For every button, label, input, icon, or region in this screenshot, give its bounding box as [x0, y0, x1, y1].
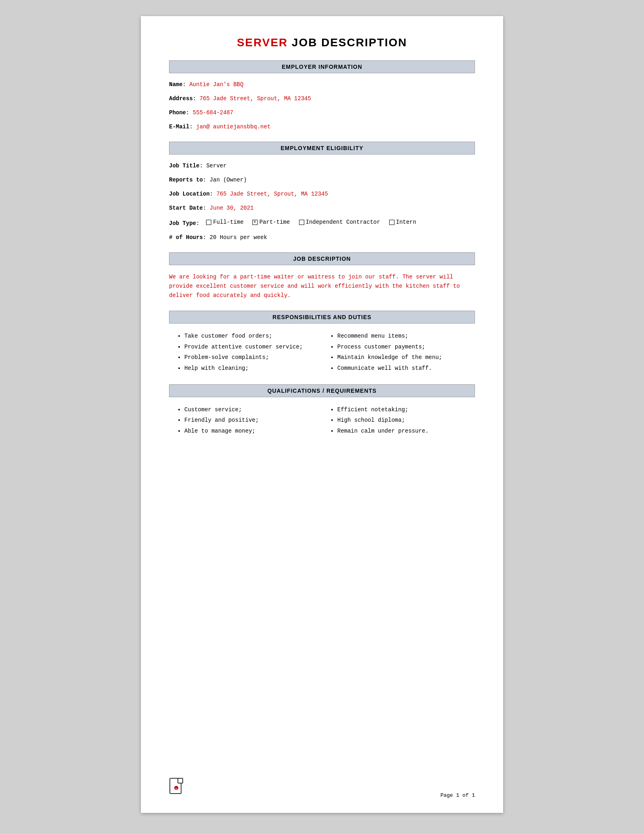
list-item: Remain calm under pressure. [337, 426, 475, 437]
start-date-label: Start Date [169, 205, 203, 211]
responsibilities-list: Take customer food orders; Provide atten… [169, 331, 475, 373]
list-item: Provide attentive customer service; [184, 342, 322, 353]
address-value: 765 Jade Street, Sprout, MA 12345 [200, 95, 311, 102]
page-number: Page 1 of 1 [440, 792, 475, 798]
list-item: Problem-solve complaints; [184, 352, 322, 363]
name-value: Auntie Jan's BBQ [189, 81, 243, 88]
independent-contractor-checkbox [299, 220, 304, 225]
list-item: Friendly and positive; [184, 415, 322, 426]
qualifications-col2: Efficient notetaking; High school diplom… [322, 404, 475, 437]
job-description-section: JOB DESCRIPTION We are looking for a par… [169, 252, 475, 300]
qualifications-section: QUALIFICATIONS / REQUIREMENTS Customer s… [169, 384, 475, 437]
document-footer: e Page 1 of 1 [169, 777, 475, 798]
employment-eligibility-header: EMPLOYMENT ELIGIBILITY [169, 142, 475, 155]
job-type-label: Job Type [169, 220, 196, 227]
name-row: Name: Auntie Jan's BBQ [169, 80, 475, 89]
parttime-label: Part-time [259, 218, 290, 227]
list-item: Efficient notetaking; [337, 404, 475, 415]
email-row: E-Mail: jan@ auntiejansbbq.net [169, 123, 475, 131]
job-title-row: Job Title: Server [169, 162, 475, 170]
address-row: Address: 765 Jade Street, Sprout, MA 123… [169, 95, 475, 103]
independent-contractor-label: Independent Contractor [306, 218, 380, 227]
independent-contractor-checkbox-item: Independent Contractor [299, 218, 380, 227]
job-title-label: Job Title [169, 163, 200, 169]
list-item: Take customer food orders; [184, 331, 322, 342]
start-date-value: June 30, 2021 [210, 205, 254, 211]
document-page: SERVER JOB DESCRIPTION EMPLOYER INFORMAT… [141, 16, 503, 813]
list-item: Recommend menu items; [337, 331, 475, 342]
reports-to-label: Reports to [169, 177, 203, 183]
list-item: High school diploma; [337, 415, 475, 426]
responsibilities-header: RESPONSIBILITIES AND DUTIES [169, 311, 475, 324]
qualifications-list: Customer service; Friendly and positive;… [169, 404, 475, 437]
phone-row: Phone: 555-684-2487 [169, 109, 475, 117]
list-item: Communicate well with staff. [337, 363, 475, 374]
hours-label: # of Hours [169, 234, 203, 241]
email-value: jan@ auntiejansbbq.net [196, 124, 270, 130]
job-type-row: Job Type: Full-time Part-time Independen… [169, 218, 475, 228]
eligibility-fields: Job Title: Server Reports to: Jan (Owner… [169, 162, 475, 242]
responsibilities-col2: Recommend menu items; Process customer p… [322, 331, 475, 373]
job-title-value: Server [206, 163, 226, 169]
fulltime-label: Full-time [213, 218, 244, 227]
name-label: Name [169, 81, 183, 88]
job-location-row: Job Location: 765 Jade Street, Sprout, M… [169, 190, 475, 198]
qualifications-header: QUALIFICATIONS / REQUIREMENTS [169, 384, 475, 397]
fulltime-checkbox [206, 220, 211, 225]
phone-label: Phone [169, 109, 186, 116]
address-label: Address [169, 95, 193, 102]
employer-info-header: EMPLOYER INFORMATION [169, 60, 475, 73]
reports-to-row: Reports to: Jan (Owner) [169, 176, 475, 184]
hours-value: 20 Hours per week [210, 234, 267, 241]
title-normal: JOB DESCRIPTION [288, 36, 407, 49]
list-item: Maintain knowledge of the menu; [337, 352, 475, 363]
job-location-label: Job Location [169, 191, 210, 197]
document-title: SERVER JOB DESCRIPTION [169, 36, 475, 49]
responsibilities-section: RESPONSIBILITIES AND DUTIES Take custome… [169, 311, 475, 373]
employer-info-section: EMPLOYER INFORMATION Name: Auntie Jan's … [169, 60, 475, 131]
svg-rect-1 [178, 778, 183, 783]
list-item: Process customer payments; [337, 342, 475, 353]
parttime-checkbox-item: Part-time [252, 218, 290, 227]
fulltime-checkbox-item: Full-time [206, 218, 244, 227]
list-item: Able to manage money; [184, 426, 322, 437]
qualifications-col1: Customer service; Friendly and positive;… [169, 404, 322, 437]
document-icon: e [169, 777, 184, 798]
list-item: Help with cleaning; [184, 363, 322, 374]
job-description-text: We are looking for a part-time waiter or… [169, 272, 475, 300]
hours-row: # of Hours: 20 Hours per week [169, 233, 475, 242]
employment-eligibility-section: EMPLOYMENT ELIGIBILITY Job Title: Server… [169, 142, 475, 242]
intern-checkbox-item: Intern [389, 218, 416, 227]
employer-info-fields: Name: Auntie Jan's BBQ Address: 765 Jade… [169, 80, 475, 131]
reports-to-value: Jan (Owner) [210, 177, 247, 183]
start-date-row: Start Date: June 30, 2021 [169, 204, 475, 212]
job-location-value: 765 Jade Street, Sprout, MA 12345 [217, 191, 328, 197]
svg-text:e: e [175, 786, 177, 790]
intern-label: Intern [396, 218, 416, 227]
phone-value: 555-684-2487 [193, 109, 233, 116]
parttime-checkbox [252, 220, 258, 225]
title-red: SERVER [237, 36, 288, 49]
job-description-header: JOB DESCRIPTION [169, 252, 475, 265]
responsibilities-col1: Take customer food orders; Provide atten… [169, 331, 322, 373]
intern-checkbox [389, 220, 394, 225]
list-item: Customer service; [184, 404, 322, 415]
email-label: E-Mail [169, 124, 189, 130]
